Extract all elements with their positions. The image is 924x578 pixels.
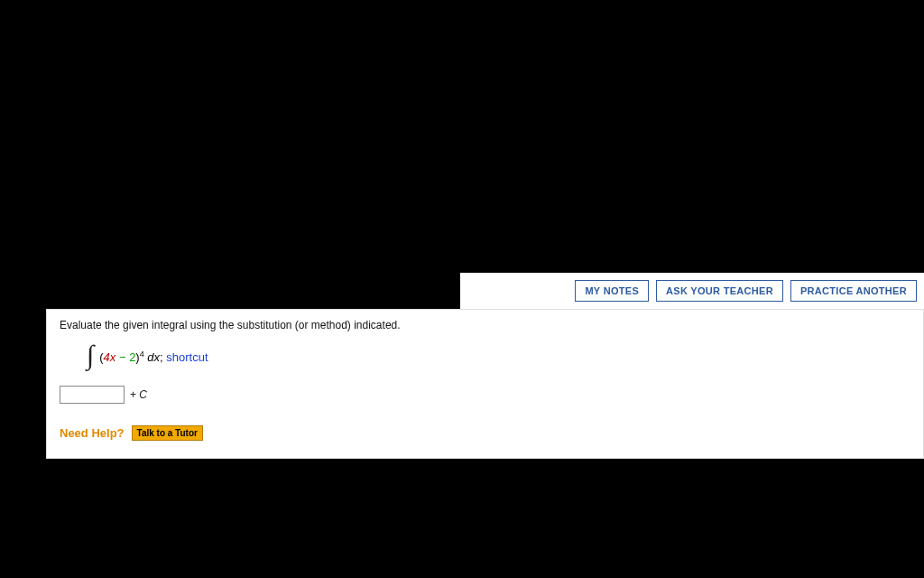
integral-sign-icon: ∫	[87, 341, 94, 368]
answer-input[interactable]	[60, 386, 125, 404]
practice-another-button[interactable]: PRACTICE ANOTHER	[790, 280, 917, 302]
question-prompt: Evaluate the given integral using the su…	[60, 319, 910, 331]
help-row: Need Help? Talk to a Tutor	[60, 425, 910, 441]
term-4x: 4x	[104, 350, 116, 364]
integral-expression: ∫ (4x − 2)4 dx; shortcut	[87, 340, 910, 373]
need-help-label: Need Help?	[60, 426, 125, 440]
plus-c-suffix: + C	[130, 388, 147, 401]
dx: dx	[144, 350, 160, 364]
talk-to-tutor-button[interactable]: Talk to a Tutor	[132, 425, 203, 441]
question-card: Evaluate the given integral using the su…	[46, 309, 924, 459]
method-hint: shortcut	[166, 350, 208, 364]
my-notes-button[interactable]: MY NOTES	[575, 280, 649, 302]
question-toolbar: MY NOTES ASK YOUR TEACHER PRACTICE ANOTH…	[460, 273, 924, 309]
ask-your-teacher-button[interactable]: ASK YOUR TEACHER	[656, 280, 783, 302]
term-minus-2: − 2	[116, 350, 135, 364]
integrand: (4x − 2)4 dx; shortcut	[99, 350, 208, 364]
answer-row: + C	[60, 386, 910, 404]
